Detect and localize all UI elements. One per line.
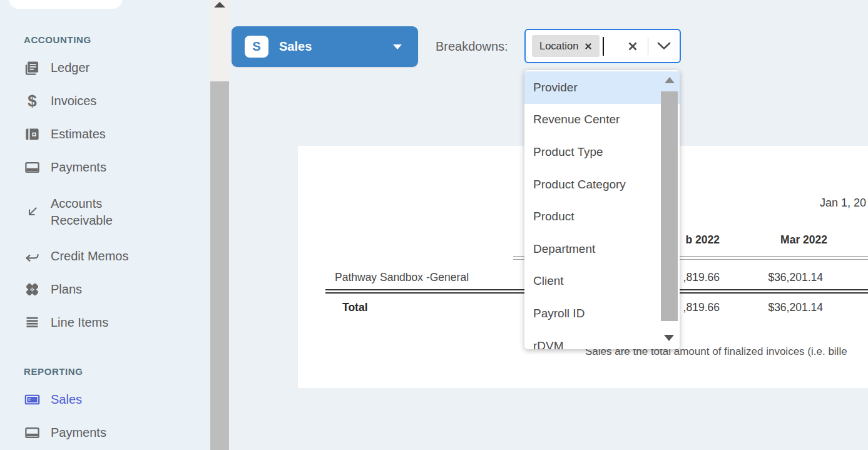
sidebar-item-payments[interactable]: Payments <box>0 151 210 184</box>
sidebar-item-payments[interactable]: Payments <box>0 416 210 449</box>
scroll-up-arrow-icon[interactable] <box>214 2 225 8</box>
sidebar-item-label: Payments <box>51 159 106 176</box>
sidebar-item-label: Ledger <box>51 59 89 76</box>
svg-text:$: $ <box>28 93 37 110</box>
sidebar-item-ledger[interactable]: Ledger <box>0 51 210 84</box>
dropdown-list: ProviderRevenue CenterProduct TypeProduc… <box>524 71 680 349</box>
chevron-down-icon[interactable] <box>657 42 671 50</box>
caret-down-icon <box>393 44 402 49</box>
app-root: ACCOUNTINGLedger$InvoicesEstimatesPaymen… <box>0 0 868 450</box>
sidebar-item-plans[interactable]: Plans <box>0 273 210 306</box>
section-label-accounting: ACCOUNTING <box>24 34 210 45</box>
dropdown-option-client[interactable]: Client <box>524 265 680 298</box>
dropdown-scrollbar[interactable] <box>661 75 678 345</box>
scroll-down-arrow-icon[interactable] <box>664 335 674 341</box>
sidebar-item-label: Credit Memos <box>51 248 128 265</box>
scrollbar-thumb[interactable] <box>661 91 678 321</box>
line-items-icon <box>24 314 41 331</box>
breakdowns-label: Breakdowns: <box>436 39 508 54</box>
dropdown-option-payroll-id[interactable]: Payroll ID <box>524 297 680 330</box>
chip-remove-icon[interactable] <box>585 43 592 50</box>
table-column-header: Mar 2022 <box>740 233 827 247</box>
accounts-receivable-icon <box>24 203 41 220</box>
chip-label: Location <box>539 40 578 52</box>
plans-icon <box>24 281 41 298</box>
dropdown-option-provider[interactable]: Provider <box>524 71 680 104</box>
sidebar-item-label: Sales <box>51 391 82 408</box>
sidebar-item-line-items[interactable]: Line Items <box>0 306 210 339</box>
dropdown-option-product-category[interactable]: Product Category <box>524 168 680 201</box>
total-cell: $36,201.14 <box>735 301 823 314</box>
breakdown-chip-location[interactable]: Location <box>532 35 600 57</box>
report-badge: S <box>245 36 268 58</box>
sidebar-item-label: Accounts Receivable <box>51 195 154 229</box>
report-type-button[interactable]: S Sales <box>232 26 418 67</box>
sidebar-item-label: Estimates <box>51 126 106 143</box>
sidebar-item-label: Payments <box>51 424 106 441</box>
dropdown-option-department[interactable]: Department <box>524 233 680 265</box>
sidebar-item-accounts-receivable[interactable]: Accounts Receivable <box>0 184 210 240</box>
sidebar-item-label: Invoices <box>51 93 96 110</box>
total-row-label: Total <box>342 301 368 314</box>
text-cursor <box>603 37 604 56</box>
sidebar-nav: ACCOUNTINGLedger$InvoicesEstimatesPaymen… <box>0 0 210 449</box>
sidebar-item-invoices[interactable]: $Invoices <box>0 84 210 118</box>
ledger-icon <box>24 59 41 76</box>
table-cell: $36,201.14 <box>735 271 823 284</box>
sidebar-item-label: Line Items <box>51 314 108 331</box>
main-scrollbar[interactable] <box>210 0 230 450</box>
table-row-label: Pathway Sandbox -General <box>335 271 469 284</box>
divider <box>648 38 648 55</box>
date-range: Jan 1, 20 <box>820 197 866 210</box>
report-button-label: Sales <box>279 39 312 54</box>
breakdowns-multiselect[interactable]: Location <box>524 29 681 63</box>
dropdown-option-rdvm[interactable]: rDVM <box>524 330 680 349</box>
invoices-icon: $ <box>24 93 41 110</box>
credit-memos-icon <box>24 248 41 265</box>
scrollbar-thumb[interactable] <box>210 81 229 450</box>
scroll-up-arrow-icon[interactable] <box>665 77 675 83</box>
payments-icon <box>24 424 41 441</box>
clear-all-icon[interactable] <box>628 41 638 51</box>
sidebar: ACCOUNTINGLedger$InvoicesEstimatesPaymen… <box>0 0 210 450</box>
sidebar-item-label: Plans <box>51 281 82 298</box>
dropdown-option-revenue-center[interactable]: Revenue Center <box>524 104 680 136</box>
payments-icon <box>24 159 41 176</box>
sidebar-item-sales[interactable]: Sales <box>0 383 210 416</box>
sales-icon <box>24 391 41 408</box>
breakdowns-dropdown: ProviderRevenue CenterProduct TypeProduc… <box>524 70 680 349</box>
estimates-icon <box>24 126 41 143</box>
dropdown-option-product[interactable]: Product <box>524 200 680 233</box>
dropdown-option-product-type[interactable]: Product Type <box>524 136 680 168</box>
section-label-reporting: REPORTING <box>24 366 210 377</box>
sidebar-item-estimates[interactable]: Estimates <box>0 118 210 151</box>
sidebar-item-credit-memos[interactable]: Credit Memos <box>0 240 210 273</box>
